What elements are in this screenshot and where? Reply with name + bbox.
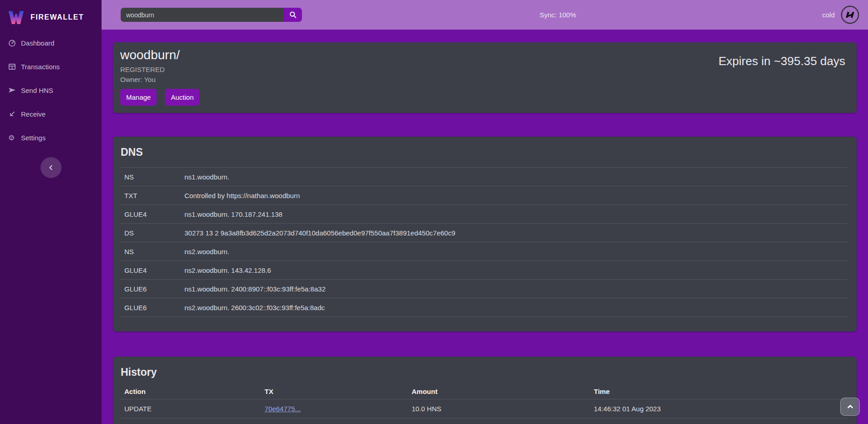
tx-link[interactable]: 70e64775... [265,405,301,413]
history-time: 14:46:32 01 Aug 2023 [590,405,848,413]
history-card-title: History [113,357,857,378]
search-icon [289,11,297,19]
sidebar-item-label: Dashboard [21,39,54,47]
history-card: History Action TX Amount Time UPDATE 70e… [113,357,857,424]
dns-record-row: DS 30273 13 2 9a3a8fb3d625d2a2073d740f10… [120,224,848,242]
column-header-amount: Amount [408,388,590,395]
gear-icon: ⚙ [8,134,16,142]
sidebar-item-label: Transactions [21,63,60,71]
sidebar-item-label: Receive [21,110,46,118]
sidebar-item-settings[interactable]: ⚙ Settings [0,126,102,149]
dns-record-type: GLUE4 [120,210,184,218]
dns-record-row: NS ns1.woodburn. [120,168,848,186]
sidebar-item-transactions[interactable]: Transactions [0,55,102,78]
column-header-action: Action [120,388,260,395]
sync-status: Sync: 100% [540,0,576,30]
manage-button[interactable]: Manage [120,89,157,106]
sidebar: FIREWALLET Dashboard Transactions [0,0,102,424]
dns-record-row: NS ns2.woodburn. [120,242,848,261]
history-table-header: Action TX Amount Time [120,384,848,399]
sidebar-item-label: Settings [21,134,46,142]
dns-record-value: ns2.woodburn. 2600:3c02::f03c:93ff:fe5a:… [184,304,848,312]
dns-record-value: ns1.woodburn. [184,173,848,181]
domain-card: woodburn/ REGISTERED Owner: You Manage A… [113,42,857,113]
sidebar-item-label: Send HNS [21,87,53,94]
dns-record-type: NS [120,248,184,255]
topbar: Sync: 100% cold [102,0,868,30]
history-amount: 10.0 HNS [408,405,590,413]
dns-record-type: GLUE4 [120,266,184,274]
firewallet-logo-icon [7,9,25,26]
receive-arrow-icon [8,110,16,118]
dns-record-value: ns2.woodburn. [184,248,848,255]
sidebar-collapse-button[interactable] [41,157,61,178]
sidebar-item-dashboard[interactable]: Dashboard [0,31,102,55]
domain-actions: Manage Auction [113,83,857,106]
chevron-left-icon [48,164,54,171]
dns-record-type: TXT [120,192,184,199]
dns-record-type: DS [120,229,184,237]
dns-record-value: ns2.woodburn. 143.42.128.6 [184,266,848,274]
dns-record-row: GLUE6 ns2.woodburn. 2600:3c02::f03c:93ff… [120,298,848,317]
search-button[interactable] [284,8,302,22]
sidebar-item-send-hns[interactable]: Send HNS [0,78,102,102]
sidebar-nav: Dashboard Transactions Send HNS [0,29,102,149]
dns-record-row: TXT Controlled by https://nathan.woodbur… [120,186,848,205]
dns-card: DNS NS ns1.woodburn. TXT Controlled by h… [113,137,857,332]
send-paper-plane-icon [8,87,16,94]
dns-record-row: GLUE6 ns1.woodburn. 2400:8907::f03c:93ff… [120,280,848,298]
dashboard-gauge-icon [8,39,16,47]
dns-card-title: DNS [113,137,857,158]
sidebar-item-receive[interactable]: Receive [0,102,102,126]
dns-record-type: GLUE6 [120,285,184,293]
expires-label: Expires in ~395.35 days [719,54,845,68]
search-input[interactable] [121,8,284,22]
scroll-to-top-button[interactable] [840,398,860,416]
dns-record-type: GLUE6 [120,304,184,312]
brand-name: FIREWALLET [31,13,84,21]
history-row: RENEW d73c5e1... 10.0 HNS 15:45:36 07 Fe… [120,419,848,424]
transactions-table-icon [8,63,16,71]
dns-record-row: GLUE4 ns1.woodburn. 170.187.241.138 [120,205,848,224]
dns-record-value: Controlled by https://nathan.woodburn [184,192,848,199]
dns-record-value: 30273 13 2 9a3a8fb3d625d2a2073d740f10da6… [184,229,848,237]
chevron-up-icon [847,403,854,410]
dns-record-type: NS [120,173,184,181]
dns-record-value: ns1.woodburn. 2400:8907::f03c:93ff:fe5a:… [184,285,848,293]
dns-record-row: GLUE4 ns2.woodburn. 143.42.128.6 [120,261,848,280]
history-action: UPDATE [120,405,260,413]
wallet-selector[interactable]: cold [822,0,859,30]
main-content: woodburn/ REGISTERED Owner: You Manage A… [102,30,868,424]
brand: FIREWALLET [0,0,102,29]
domain-owner-label: Owner: You [113,73,857,83]
auction-button[interactable]: Auction [165,89,199,106]
handshake-logo-icon [841,5,859,24]
dns-record-value: ns1.woodburn. 170.187.241.138 [184,210,848,218]
history-table: Action TX Amount Time UPDATE 70e64775...… [120,384,848,424]
history-row: UPDATE 70e64775... 10.0 HNS 14:46:32 01 … [120,399,848,419]
column-header-time: Time [590,388,848,395]
search-bar [121,8,302,22]
column-header-tx: TX [260,388,408,395]
wallet-name-label: cold [822,11,835,19]
dns-table: NS ns1.woodburn. TXT Controlled by https… [120,167,848,317]
